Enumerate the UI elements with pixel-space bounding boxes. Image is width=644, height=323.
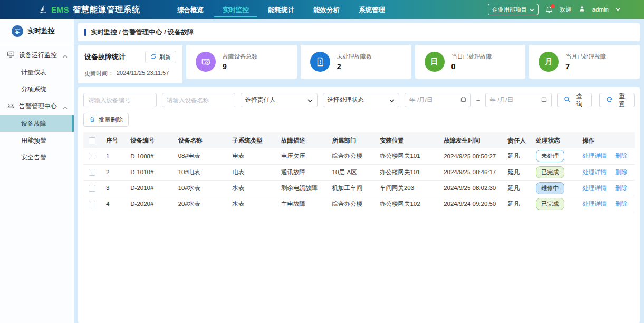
cell-owner: 延凡 bbox=[505, 148, 533, 164]
stat-label: 故障设备总数 bbox=[223, 53, 257, 61]
sidebar-item[interactable]: 设备故障 bbox=[0, 115, 74, 132]
cell-device-name: 08#电表 bbox=[176, 148, 230, 164]
row-checkbox[interactable] bbox=[89, 153, 95, 159]
owner-select[interactable]: 选择责任人 bbox=[241, 93, 318, 107]
nav-tab[interactable]: 实时监控 bbox=[222, 1, 250, 18]
table-row: 3 D-2010# 10#水表 水表 剩余电流故障 机加工车间 车间网关203 … bbox=[83, 180, 635, 196]
sidebar-group[interactable]: 设备运行监控 bbox=[0, 46, 74, 64]
row-checkbox[interactable] bbox=[89, 185, 95, 192]
sidebar-item[interactable]: 安全告警 bbox=[0, 149, 74, 166]
cell-fault-desc: 通讯故障 bbox=[279, 164, 330, 180]
monitor-icon bbox=[7, 51, 15, 60]
chevron-down-icon bbox=[530, 6, 534, 13]
refresh-button[interactable]: 刷新 bbox=[145, 51, 176, 63]
realtime-monitor-icon bbox=[12, 25, 23, 37]
start-date-input[interactable]: 年 /月/日 bbox=[405, 93, 471, 107]
sidebar-item[interactable]: 分项系统 bbox=[0, 81, 74, 98]
column-header: 处理状态 bbox=[534, 132, 580, 148]
nav-tab[interactable]: 综合概览 bbox=[176, 1, 205, 18]
column-header: 安装位置 bbox=[378, 132, 441, 148]
column-header: 设备名称 bbox=[176, 132, 230, 148]
action-detail-link[interactable]: 处理详情 bbox=[582, 201, 607, 207]
stat-value: 7 bbox=[565, 62, 606, 71]
action-detail-link[interactable]: 处理详情 bbox=[582, 169, 607, 175]
username: admin bbox=[592, 6, 609, 13]
cell-location: 办公楼网关101 bbox=[378, 148, 441, 164]
status-select[interactable]: 选择处理状态 bbox=[323, 93, 400, 107]
select-all-checkbox[interactable] bbox=[89, 137, 95, 144]
search-button[interactable]: 查询 bbox=[557, 93, 592, 107]
table-row: 4 D-2020# 20#水表 水表 主电故障 综合办公楼 办公楼网关102 2… bbox=[83, 196, 635, 212]
cell-fault-time: 2024/9/25 08:50:27 bbox=[441, 148, 505, 164]
cell-device-code: D-1010# bbox=[128, 164, 176, 180]
action-delete-link[interactable]: 删除 bbox=[615, 201, 627, 207]
device-code-input[interactable] bbox=[83, 93, 157, 107]
reset-button[interactable]: 重置 bbox=[599, 93, 635, 107]
cell-index: 2 bbox=[104, 164, 128, 180]
project-select[interactable]: 企业用能项目 bbox=[488, 4, 539, 15]
notification-bell-icon[interactable] bbox=[545, 6, 553, 14]
cell-device-name: 10#电表 bbox=[176, 164, 230, 180]
refresh-icon bbox=[150, 53, 157, 61]
column-header: 故障发生时间 bbox=[441, 132, 505, 148]
trash-icon bbox=[89, 116, 95, 124]
device-name-input[interactable] bbox=[162, 93, 235, 107]
sidebar-item[interactable]: 用能预警 bbox=[0, 132, 74, 149]
breadcrumb: 实时监控 / 告警管理中心 / 设备故障 bbox=[91, 28, 194, 37]
stat-value: 9 bbox=[223, 62, 257, 71]
stat-label: 当月已处理故障 bbox=[565, 53, 606, 61]
day-icon: 日 bbox=[425, 52, 445, 72]
project-select-value: 企业用能项目 bbox=[492, 6, 527, 14]
table-toolbar: 批量删除 bbox=[83, 113, 635, 127]
user-menu-chevron-icon[interactable] bbox=[616, 8, 620, 11]
column-header: 子系统类型 bbox=[230, 132, 278, 148]
cell-device-code: D-1008# bbox=[128, 148, 176, 164]
action-detail-link[interactable]: 处理详情 bbox=[582, 185, 607, 191]
fault-table: 序号设备编号设备名称子系统类型故障描述所属部门安装位置故障发生时间责任人处理状态… bbox=[83, 132, 635, 212]
cell-subsystem: 水表 bbox=[230, 180, 278, 196]
main-content: 实时监控 / 告警管理中心 / 设备故障 设备故障统计 刷新 更 bbox=[74, 19, 644, 323]
nav-tab[interactable]: 能效分析 bbox=[312, 1, 341, 18]
user-avatar-icon[interactable] bbox=[579, 5, 585, 14]
main-nav: 综合概览实时监控能耗统计能效分析系统管理 bbox=[176, 1, 386, 18]
batch-delete-button[interactable]: 批量删除 bbox=[83, 113, 129, 127]
cell-index: 4 bbox=[104, 196, 128, 212]
column-header: 所属部门 bbox=[330, 132, 377, 148]
cell-department: 综合办公楼 bbox=[330, 148, 377, 164]
cell-location: 办公楼网关102 bbox=[378, 196, 441, 212]
calendar-icon bbox=[460, 97, 466, 103]
sidebar: 实时监控 设备运行监控 计量仪表分项系统 告警管理中心 bbox=[0, 19, 74, 323]
sidebar-group[interactable]: 告警管理中心 bbox=[0, 98, 74, 115]
nav-tab[interactable]: 系统管理 bbox=[358, 1, 386, 18]
action-delete-link[interactable]: 删除 bbox=[615, 185, 627, 191]
column-header: 设备编号 bbox=[128, 132, 176, 148]
cell-fault-desc: 主电故障 bbox=[279, 196, 330, 212]
stat-label: 当日已处理故障 bbox=[451, 53, 492, 61]
cell-device-code: D-2010# bbox=[128, 180, 176, 196]
end-date-input[interactable]: 年 /月/日 bbox=[485, 93, 552, 107]
cell-subsystem: 电表 bbox=[230, 164, 278, 180]
stats-panel-title: 设备故障统计 bbox=[84, 52, 126, 62]
nav-tab[interactable]: 能耗统计 bbox=[267, 1, 295, 18]
action-delete-link[interactable]: 删除 bbox=[615, 153, 627, 159]
notification-badge bbox=[551, 4, 555, 8]
table-header-row: 序号设备编号设备名称子系统类型故障描述所属部门安装位置故障发生时间责任人处理状态… bbox=[83, 132, 635, 148]
welcome-text: 欢迎 bbox=[560, 6, 572, 14]
status-badge: 未处理 bbox=[536, 150, 564, 162]
row-checkbox[interactable] bbox=[89, 169, 95, 176]
brand: EMS 智慧能源管理系统 bbox=[38, 5, 140, 15]
stat-card: 未处理故障数 2 bbox=[301, 45, 411, 79]
chevron-down-icon bbox=[389, 97, 395, 103]
sidebar-item[interactable]: 计量仪表 bbox=[0, 64, 74, 81]
row-checkbox[interactable] bbox=[89, 201, 95, 207]
alert-doc-icon bbox=[310, 52, 330, 72]
action-delete-link[interactable]: 删除 bbox=[615, 169, 627, 175]
filter-row: 选择责任人 选择处理状态 年 /月/日 bbox=[83, 93, 635, 107]
cell-location: 车间网关203 bbox=[378, 180, 441, 196]
sidebar-menu: 设备运行监控 计量仪表分项系统 告警管理中心 设备故障用能预警 bbox=[0, 43, 74, 166]
fault-list-card: 选择责任人 选择处理状态 年 /月/日 bbox=[78, 87, 640, 323]
chevron-up-icon bbox=[63, 102, 68, 111]
cell-department: 综合办公楼 bbox=[330, 196, 377, 212]
cell-owner: 延凡 bbox=[505, 164, 533, 180]
action-detail-link[interactable]: 处理详情 bbox=[582, 153, 607, 159]
